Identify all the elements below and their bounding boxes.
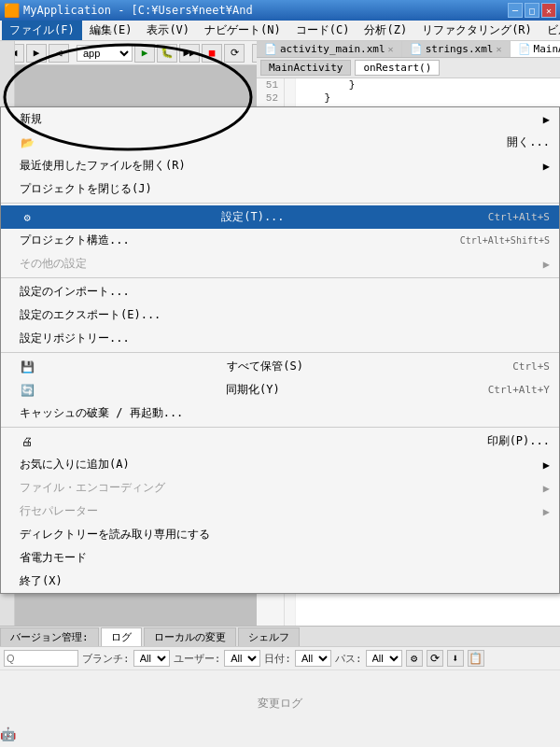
maximize-button[interactable]: □ — [525, 3, 539, 18]
date-filter[interactable]: All — [295, 650, 331, 667]
branch-filter[interactable]: All — [133, 650, 170, 667]
print-icon: 🖨 — [20, 435, 35, 448]
file-dropdown: 新規 ▶ 📂 開く... 最近使用したファイルを開く(R) ▶ プロジェクトを閉… — [0, 106, 560, 594]
menu-edit[interactable]: 編集(E) — [82, 21, 140, 40]
sync-icon: 🔄 — [20, 384, 35, 397]
menu-line-separator[interactable]: 行セパレーター ▶ — [1, 500, 559, 523]
collapse-button[interactable]: 📋 — [468, 650, 484, 667]
nav-button[interactable]: ◁ — [49, 44, 69, 63]
menu-refactor[interactable]: リファクタリング(R) — [414, 21, 539, 40]
menu-settings-repo[interactable]: 設定リポジトリー... — [1, 327, 559, 350]
stop-button[interactable]: ■ — [202, 44, 222, 63]
tab-log[interactable]: ログ — [101, 627, 142, 646]
folder-icon: 📂 — [20, 136, 35, 149]
save-icon: 💾 — [20, 360, 35, 374]
editor-tab-bar: 📄 activity_main.xml ✕ 📄 strings.xml ✕ 📄 … — [257, 41, 560, 58]
log-content-label: 変更ログ — [258, 696, 302, 712]
menu-print[interactable]: 🖨 印刷(P)... — [1, 430, 559, 453]
forward-button[interactable]: ▶ — [26, 44, 47, 63]
tab-onrestart[interactable]: onRestart() — [355, 60, 440, 76]
bottom-panel: バージョン管理: ログ ローカルの変更 シェルフ ブランチ: All ユーザー:… — [0, 626, 560, 747]
menu-code[interactable]: コード(C) — [288, 21, 357, 40]
app-icon: 🟧 — [4, 3, 20, 18]
menu-view[interactable]: 表示(V) — [139, 21, 197, 40]
debug-button[interactable]: 🐛 — [157, 44, 177, 63]
minimize-button[interactable]: ─ — [508, 3, 523, 18]
tab-mainactivity[interactable]: 📄 MainAc ✕ — [511, 41, 560, 57]
menu-invalidate-caches[interactable]: キャッシュの破棄 / 再起動... — [1, 402, 559, 425]
menu-make-readonly[interactable]: ディレクトリーを読み取り専用にする — [1, 523, 559, 546]
java-icon: 📄 — [518, 43, 531, 55]
xml-icon: 📄 — [264, 43, 277, 55]
menu-file-encoding[interactable]: ファイル・エンコーディング ▶ — [1, 476, 559, 500]
menu-file[interactable]: ファイル(F) — [2, 21, 82, 40]
bottom-search-bar: ブランチ: All ユーザー: All 日付: All パス: All ⚙ ⟳ … — [0, 647, 560, 670]
tab-shelf[interactable]: シェルフ — [238, 627, 300, 646]
android-icon: 🤖 — [0, 725, 15, 743]
tab-close-strings[interactable]: ✕ — [496, 44, 501, 54]
tab-activity-main[interactable]: 📄 activity_main.xml ✕ — [257, 41, 402, 57]
menu-save-all[interactable]: 💾 すべて保管(S) Ctrl+S — [1, 355, 559, 378]
menu-power-save[interactable]: 省電力モード — [1, 546, 559, 570]
tab-vcs[interactable]: バージョン管理: — [0, 627, 99, 646]
run-button[interactable]: ▶ — [134, 44, 155, 63]
search-input[interactable] — [4, 650, 78, 667]
refresh-button[interactable]: ⟳ — [427, 650, 443, 667]
menu-close-project[interactable]: プロジェクトを閉じる(J) — [1, 177, 559, 201]
separator-3 — [1, 352, 559, 353]
menu-new[interactable]: 新規 ▶ — [1, 107, 559, 131]
menu-recent[interactable]: 最近使用したファイルを開く(R) ▶ — [1, 154, 559, 177]
menu-other-settings[interactable]: その他の設定 ▶ — [1, 252, 559, 275]
bottom-tab-bar: バージョン管理: ログ ローカルの変更 シェルフ — [0, 627, 560, 647]
menu-import-settings[interactable]: 設定のインポート... — [1, 280, 559, 303]
menu-navigate[interactable]: ナビゲート(N) — [197, 21, 288, 40]
separator-1 — [1, 203, 559, 204]
menu-exit[interactable]: 終了(X) — [1, 570, 559, 593]
tab-close-activity[interactable]: ✕ — [388, 44, 394, 54]
close-button[interactable]: ✕ — [541, 3, 556, 18]
separator-2 — [1, 277, 559, 278]
window-controls: ─ □ ✕ — [508, 3, 556, 18]
menu-build[interactable]: ビルド(B) — [539, 21, 560, 40]
title-bar: 🟧 MyApplication - [C:¥Users¥neet¥And ─ □… — [0, 0, 560, 21]
log-content: 変更ログ — [0, 670, 560, 736]
menu-sync[interactable]: 🔄 同期化(Y) Ctrl+Alt+Y — [1, 378, 559, 402]
sync-button[interactable]: ⟳ — [224, 44, 245, 63]
dropdown-menu: 新規 ▶ 📂 開く... 最近使用したファイルを開く(R) ▶ プロジェクトを閉… — [0, 106, 560, 594]
menu-bar: ファイル(F) 編集(E) 表示(V) ナビゲート(N) コード(C) 分析(Z… — [0, 21, 560, 41]
user-filter[interactable]: All — [224, 650, 260, 667]
menu-add-to-favorites[interactable]: お気に入りに追加(A) ▶ — [1, 453, 559, 476]
menu-export-settings[interactable]: 設定のエクスポート(E)... — [1, 303, 559, 327]
filter-button[interactable]: ⚙ — [406, 650, 423, 667]
menu-analyze[interactable]: 分析(Z) — [357, 21, 414, 40]
tab-local-changes[interactable]: ローカルの変更 — [144, 627, 236, 646]
tab-strings-xml[interactable]: 📄 strings.xml ✕ — [402, 41, 511, 57]
app-window: 🟧 MyApplication - [C:¥Users¥neet¥And ─ □… — [0, 0, 560, 747]
window-title: MyApplication - [C:¥Users¥neet¥And — [23, 4, 253, 17]
settings-icon: ⚙ — [20, 211, 35, 224]
menu-settings[interactable]: ⚙ 設定(T)... Ctrl+Alt+S — [1, 205, 559, 229]
menu-open[interactable]: 📂 開く... — [1, 131, 559, 154]
tab-mainactivity-class[interactable]: MainActivity — [260, 60, 351, 76]
run2-button[interactable]: ▶▶ — [179, 44, 200, 63]
menu-project-structure[interactable]: プロジェクト構造... Ctrl+Alt+Shift+S — [1, 229, 559, 252]
xml-icon-2: 📄 — [410, 43, 423, 55]
expand-button[interactable]: ⬇ — [447, 650, 464, 667]
path-filter[interactable]: All — [366, 650, 402, 667]
app-selector[interactable]: app — [77, 45, 133, 62]
method-tab-bar: MainActivity onRestart() — [257, 58, 560, 78]
separator-4 — [1, 427, 559, 428]
